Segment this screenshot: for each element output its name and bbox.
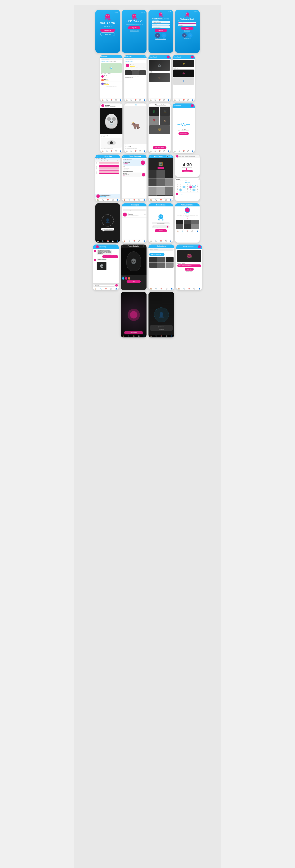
screen-discover-artist: Discover 9:41 Search for places Near Me … [124,55,147,101]
svg-point-23 [159,216,160,216]
screen-add-photos: ✕ Add Photos 📷 ☰ 🖼️ Select [148,155,173,201]
lets-go-button[interactable]: Let's Go! [185,268,194,271]
octopus-logo [104,13,112,21]
chat-input[interactable] [94,284,115,286]
svg-point-4 [109,16,109,16]
already-account-link[interactable]: Already have an account? Log in [155,38,166,39]
screen-discover-small: Discover 9:41 Search for places Near Me … [100,55,122,101]
screen-splash-who: 9:41 ▲▲▲ INK TANK Who are you? Tattoo Lo… [95,10,120,53]
screen-your-calendar: ← Your Calendar Your Next Appointment We… [122,155,147,201]
screen-session-timer: You're starting a session with Sam Quenz… [175,155,200,177]
octopus-logo-4 [185,12,190,18]
email-input[interactable] [152,21,170,23]
create-account-signup-button[interactable]: Sign Up [155,29,167,32]
confirm-password-input[interactable] [152,26,170,28]
screen-messages: ← Messages @sammg Sounds great! Can we s… [122,203,147,243]
svg-point-19 [188,13,188,14]
svg-point-0 [105,14,110,19]
signup-button-main[interactable]: Sign Up [128,26,141,29]
screen-tutorial-1: Skip Tutorial 🏠 🔍 📅 💬 👤 [121,292,147,337]
discover-tattoos-button[interactable]: Discover Tattoos [178,132,189,135]
svg-point-20 [158,214,163,219]
or-divider: OR [186,32,188,33]
forgot-password-link[interactable]: Forgot password? [184,30,190,31]
svg-point-3 [107,16,107,16]
svg-point-24 [161,216,162,216]
screen-splash-signup: 9:41 ▲▲▲ INK TANK For a more personalize… [122,10,147,53]
screen-create-account: 9:41 ▲▲▲ Create Your Account Email or Us… [148,10,173,53]
create-collection-button[interactable]: Create [155,229,167,232]
wb-email-input[interactable] [178,22,197,24]
tattoo-artist-button[interactable]: Tattoo Artist [100,32,115,36]
screen-chat: ← @sammg Hey! I wanted to let you know t… [93,245,119,290]
create-account-title: Create Your Account [152,18,169,20]
send-message-button[interactable]: → [115,284,118,286]
screen-onboarding-check: ← YourUsername 🌺 Explore for yourself...… [176,245,202,290]
collection-name-input[interactable] [152,222,169,224]
screen-collections-list: Collections Search collections Tattoo In… [148,245,174,290]
tagline: For a more personalized experience, sign… [126,24,143,25]
screen-tutorial-2: 👤 Follow your favorite artists to your f… [148,292,174,337]
brand-title-2: INK TANK [126,20,142,23]
screen-profile: YourUsername YourUsername This is my bio… [175,203,200,243]
confirm-time-button[interactable]: Confirm Time [182,170,193,172]
photo-create-button[interactable]: Create [127,280,141,283]
screen-feed: Your Feed 🦾 ♡ 💬 ↗ [148,55,171,101]
tattoo-lover-button[interactable]: Tattoo Lover [100,29,115,32]
svg-point-10 [159,12,163,16]
select-photo-button[interactable]: Select [157,167,164,169]
brand-title: INK TANK [100,22,115,24]
screen-feed-empty: Your Feed 👑 ♡ 💬 ↗ 🌺 [173,55,195,101]
octopus-logo-2 [131,13,138,20]
svg-point-14 [161,13,161,14]
screen-feed-empty-discover: Your Feed Uh oh! That's no designers nea… [173,103,195,153]
screen-photo-details: ← Photo Details ☰ ↗ 💀 Top People ♥ [121,245,147,290]
skip-tutorial-button[interactable]: Skip Tutorial [124,331,143,334]
login-button[interactable]: Log In [181,27,194,30]
screen-inspirations-grid: ← Tattoo Inspirations 🐉 ⚔️ 🌹 🦅 🔱 Find Mo… [148,103,171,153]
svg-point-5 [132,14,137,18]
screen-post-view: Sam Quenz Tattoo artist at True Blue Stu… [100,103,122,153]
screen-schedule: ← Schedule 📅 May 3 - May 9, 2020 S M T W… [95,155,120,201]
message-search[interactable] [123,209,146,211]
password-input[interactable] [152,24,170,26]
new-user-link[interactable]: New user? Sign up! [184,38,190,39]
svg-point-18 [186,13,187,14]
who-are-you-label: Who are you? [104,26,111,27]
svg-point-9 [135,15,136,16]
screen-calendar-popup: Calendar ✕ Dates outlined are dates avai… [175,178,200,201]
screen-welcome-back: 9:41 ▲▲▲ Welcome Back Email or Username … [175,10,200,53]
screen-add-own-photo: ← 👤 Try adding your own picture! 🏠 🔍 📅 💬 [95,203,120,243]
svg-point-8 [133,15,134,16]
email-label: Email or Username [152,20,159,21]
screen-bull-post: ← Ink 🐂 ink bull ♡ 0 💬 4 We design f [124,103,147,153]
screen-create-collection: Collections Tattoo Inspirations [148,203,173,243]
find-more-tattoos-button[interactable]: Find More Tattoos [153,146,167,149]
welcome-back-title: Welcome Back [180,18,194,20]
svg-point-15 [186,12,189,16]
octopus-logo-3 [158,12,164,18]
email-or-username-label: Email or Username [178,21,186,21]
wb-password-input[interactable] [178,24,197,26]
login-link[interactable]: Returning user? Log In [130,30,139,31]
